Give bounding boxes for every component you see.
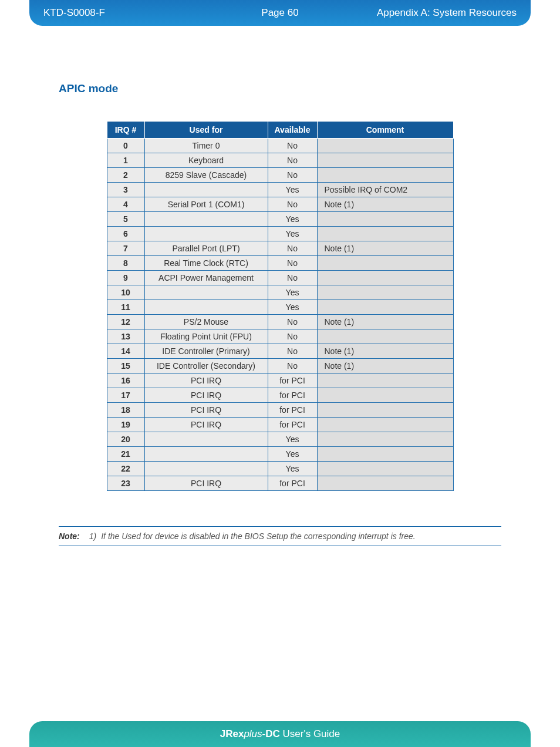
cell-irq: 16	[107, 374, 144, 388]
table-row: 1KeyboardNo	[107, 153, 453, 168]
cell-avail: No	[268, 256, 317, 271]
cell-comment: Note (1)	[317, 197, 453, 212]
table-row: 4Serial Port 1 (COM1)NoNote (1)	[107, 197, 453, 212]
cell-used: PCI IRQ	[144, 403, 268, 418]
cell-avail: Yes	[268, 462, 317, 476]
cell-avail: Yes	[268, 300, 317, 315]
cell-irq: 1	[107, 153, 144, 168]
cell-comment	[317, 285, 453, 300]
table-row: 20Yes	[107, 432, 453, 447]
cell-avail: for PCI	[268, 403, 317, 418]
cell-used	[144, 432, 268, 447]
section-title: APIC mode	[59, 82, 501, 95]
table-row: 21Yes	[107, 447, 453, 462]
cell-avail: for PCI	[268, 374, 317, 388]
cell-comment: Possible IRQ of COM2	[317, 183, 453, 197]
cell-comment	[317, 212, 453, 227]
table-body: 0Timer 0No1KeyboardNo28259 Slave (Cascad…	[107, 139, 453, 491]
cell-comment: Note (1)	[317, 241, 453, 256]
cell-irq: 20	[107, 432, 144, 447]
cell-irq: 21	[107, 447, 144, 462]
cell-used: Real Time Clock (RTC)	[144, 256, 268, 271]
cell-comment	[317, 403, 453, 418]
note-index: 1)	[89, 531, 101, 541]
table-row: 16PCI IRQfor PCI	[107, 374, 453, 388]
cell-irq: 19	[107, 418, 144, 432]
page-number: Page 60	[261, 7, 298, 19]
cell-irq: 18	[107, 403, 144, 418]
cell-comment	[317, 300, 453, 315]
cell-irq: 9	[107, 271, 144, 285]
cell-irq: 13	[107, 329, 144, 344]
cell-used: PCI IRQ	[144, 476, 268, 491]
cell-used: Floating Point Unit (FPU)	[144, 329, 268, 344]
cell-irq: 12	[107, 315, 144, 329]
cell-irq: 11	[107, 300, 144, 315]
cell-comment: Note (1)	[317, 315, 453, 329]
cell-used: 8259 Slave (Cascade)	[144, 168, 268, 183]
cell-avail: No	[268, 241, 317, 256]
cell-avail: Yes	[268, 447, 317, 462]
table-row: 19PCI IRQfor PCI	[107, 418, 453, 432]
cell-comment	[317, 329, 453, 344]
table-row: 22Yes	[107, 462, 453, 476]
table-row: 9ACPI Power ManagementNo	[107, 271, 453, 285]
table-row: 15IDE Controller (Secondary)NoNote (1)	[107, 359, 453, 374]
cell-used	[144, 462, 268, 476]
col-header-available: Available	[268, 122, 317, 139]
note-box: Note: 1) If the Used for device is disab…	[59, 526, 501, 546]
cell-irq: 10	[107, 285, 144, 300]
table-row: 0Timer 0No	[107, 139, 453, 153]
cell-comment	[317, 139, 453, 153]
table-row: 18PCI IRQfor PCI	[107, 403, 453, 418]
cell-used: PCI IRQ	[144, 418, 268, 432]
irq-table: IRQ # Used for Available Comment 0Timer …	[107, 121, 454, 491]
cell-comment: Note (1)	[317, 344, 453, 359]
cell-comment	[317, 256, 453, 271]
cell-irq: 5	[107, 212, 144, 227]
cell-avail: for PCI	[268, 418, 317, 432]
cell-irq: 2	[107, 168, 144, 183]
col-header-used: Used for	[144, 122, 268, 139]
cell-used	[144, 285, 268, 300]
cell-used: PCI IRQ	[144, 374, 268, 388]
cell-comment	[317, 168, 453, 183]
note-text: If the Used for device is disabled in th…	[101, 531, 415, 541]
table-row: 10Yes	[107, 285, 453, 300]
cell-used: Timer 0	[144, 139, 268, 153]
cell-comment	[317, 227, 453, 241]
cell-irq: 7	[107, 241, 144, 256]
cell-used: PCI IRQ	[144, 388, 268, 403]
cell-irq: 15	[107, 359, 144, 374]
cell-comment	[317, 374, 453, 388]
cell-used	[144, 227, 268, 241]
cell-irq: 4	[107, 197, 144, 212]
cell-avail: No	[268, 153, 317, 168]
cell-irq: 3	[107, 183, 144, 197]
cell-irq: 17	[107, 388, 144, 403]
cell-used: IDE Controller (Secondary)	[144, 359, 268, 374]
cell-avail: Yes	[268, 183, 317, 197]
col-header-irq: IRQ #	[107, 122, 144, 139]
cell-irq: 8	[107, 256, 144, 271]
cell-used: Parallel Port (LPT)	[144, 241, 268, 256]
cell-avail: Yes	[268, 432, 317, 447]
table-row: 13Floating Point Unit (FPU)No	[107, 329, 453, 344]
note-label: Note:	[59, 531, 89, 541]
cell-avail: Yes	[268, 227, 317, 241]
cell-avail: Yes	[268, 212, 317, 227]
cell-irq: 6	[107, 227, 144, 241]
cell-avail: No	[268, 139, 317, 153]
cell-used	[144, 183, 268, 197]
table-row: 28259 Slave (Cascade)No	[107, 168, 453, 183]
cell-used: ACPI Power Management	[144, 271, 268, 285]
table-row: 7Parallel Port (LPT)NoNote (1)	[107, 241, 453, 256]
table-row: 3YesPossible IRQ of COM2	[107, 183, 453, 197]
cell-comment	[317, 153, 453, 168]
cell-comment	[317, 271, 453, 285]
table-row: 23PCI IRQfor PCI	[107, 476, 453, 491]
cell-used	[144, 447, 268, 462]
col-header-comment: Comment	[317, 122, 453, 139]
cell-avail: No	[268, 168, 317, 183]
cell-avail: No	[268, 329, 317, 344]
